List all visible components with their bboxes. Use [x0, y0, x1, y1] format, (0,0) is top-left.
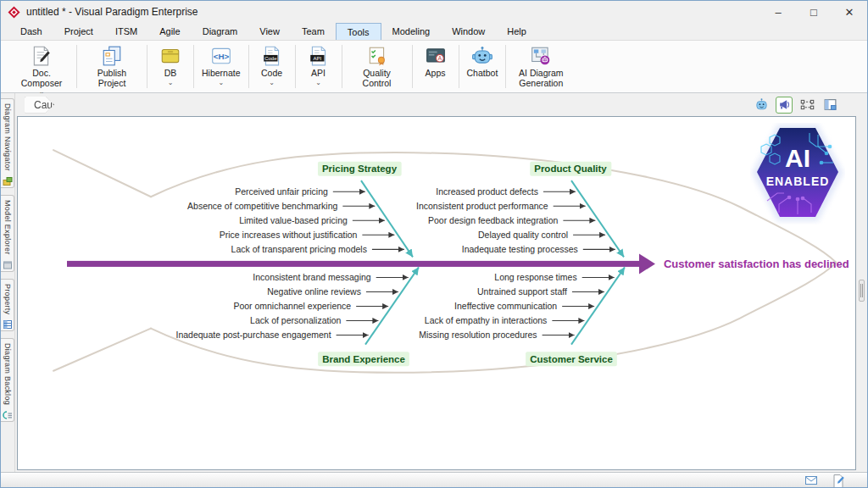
toolbar-button-label: DB [164, 69, 177, 79]
toolbar-button-quality-control[interactable]: Quality Control [345, 42, 409, 91]
category-group-pricing-strategy: Pricing StrategyPerceived unfair pricing… [187, 162, 413, 258]
sidebar-tab-diagram-navigator[interactable]: Diagram Navigator [1, 98, 14, 188]
panel-collapse-grip[interactable] [859, 280, 865, 302]
close-button[interactable]: ✕ [832, 1, 867, 23]
cause-text[interactable]: Perceived unfair pricing [235, 186, 328, 197]
category-label[interactable]: Brand Experience [322, 354, 405, 364]
toolbar-button-label: Quality Control [350, 69, 404, 88]
toolbar-button-publish-project[interactable]: Publish Project [80, 42, 144, 91]
cause-text[interactable]: Ineffective communication [454, 301, 557, 311]
code-icon: Code [261, 45, 283, 67]
cause-text[interactable]: Limited value-based pricing [239, 215, 348, 225]
api-icon: API [308, 45, 330, 67]
window-title: untitled * - Visual Paradigm Enterprise [26, 6, 198, 18]
toolbar-button-db[interactable]: DB⌄ [150, 42, 191, 91]
toolbar-separator [505, 45, 506, 88]
cause-text[interactable]: Missing resolution procedures [419, 330, 537, 340]
cause-text[interactable]: Inconsistent product performance [416, 201, 548, 211]
cause-text[interactable]: Absence of competitive benchmarking [187, 201, 337, 211]
cause-text[interactable]: Lack of empathy in interactions [425, 315, 548, 325]
chevron-down-icon: ⌄ [269, 80, 275, 86]
category-label[interactable]: Pricing Strategy [322, 164, 398, 174]
sidebar-tab-label: Property [3, 284, 12, 314]
toolbar-button-hibernate[interactable]: <H>Hibernate⌄ [197, 42, 246, 91]
category-group-customer-service: Customer ServiceLong response timesUntra… [419, 267, 625, 366]
badge-ai-text: AI [785, 144, 810, 172]
category-bone[interactable] [365, 267, 419, 344]
title-bar: untitled * - Visual Paradigm Enterprise … [1, 1, 867, 23]
toolbar-button-apps[interactable]: AApps [415, 42, 456, 91]
toolbar-separator [193, 45, 194, 88]
menu-item-window[interactable]: Window [441, 23, 496, 40]
diagram-tab-label: Cause and Effect Diagram6 [34, 99, 159, 111]
menu-item-diagram[interactable]: Diagram [192, 23, 249, 40]
category-bone[interactable] [571, 267, 625, 344]
sidebar-tab-label: Diagram Navigator [3, 103, 12, 171]
cause-text[interactable]: Delayed quality control [478, 230, 568, 240]
toolbar-button-label: AI Diagram Generation [514, 69, 568, 88]
badge-enabled-text: ENABLED [766, 175, 830, 188]
hibernate-icon: <H> [210, 45, 232, 67]
menu-item-itsm[interactable]: ITSM [104, 23, 148, 40]
mail-icon[interactable] [804, 474, 818, 487]
menu-item-agile[interactable]: Agile [148, 23, 191, 40]
category-bone[interactable] [571, 180, 624, 257]
category-label[interactable]: Product Quality [534, 164, 607, 174]
menu-item-project[interactable]: Project [53, 23, 104, 40]
toolbar-button-api[interactable]: APIAPI⌄ [298, 42, 339, 91]
sidebar-tab-label: Model Explorer [3, 200, 12, 255]
cause-text[interactable]: Increased product defects [436, 186, 538, 197]
category-group-product-quality: Product QualityIncreased product defects… [416, 162, 624, 258]
toolbar-button-chatbot[interactable]: Chatbot [462, 42, 504, 91]
fit-selection-icon[interactable] [798, 97, 815, 114]
menu-item-tools[interactable]: Tools [336, 23, 381, 40]
chevron-down-icon: ⌄ [315, 80, 321, 86]
minimize-button[interactable]: – [760, 1, 796, 23]
toolbar-separator [248, 45, 249, 88]
toolbar-separator [342, 45, 342, 88]
toolbar-button-label: Code [261, 69, 282, 79]
menu-item-modeling[interactable]: Modeling [381, 23, 442, 40]
edit-document-icon[interactable] [832, 474, 845, 487]
toolbar-separator [76, 45, 77, 88]
toolbar-button-ai-diagram-generation[interactable]: AI Diagram Generation [509, 42, 573, 91]
status-bar [1, 472, 867, 487]
cause-text[interactable]: Inconsistent brand messaging [253, 272, 370, 282]
menu-item-view[interactable]: View [248, 23, 291, 40]
menu-item-help[interactable]: Help [496, 23, 537, 40]
sidebar-tab-model-explorer[interactable]: Model Explorer [1, 195, 14, 272]
effect-text[interactable]: Customer satisfaction has declined [664, 258, 849, 270]
toolbar-button-code[interactable]: CodeCode⌄ [252, 42, 292, 91]
toolbar-separator [412, 45, 413, 88]
sidebar-tab-diagram-backlog[interactable]: Diagram Backlog [1, 338, 14, 422]
cause-text[interactable]: Poor design feedback integration [428, 215, 558, 225]
property-icon [3, 318, 13, 328]
toolbar-button-label: Hibernate [202, 69, 241, 79]
toolbar-button-label: API [311, 69, 326, 79]
category-bone[interactable] [361, 180, 413, 257]
cause-text[interactable]: Negative online reviews [267, 286, 361, 297]
cause-text[interactable]: Lack of transparent pricing models [231, 244, 367, 254]
spine-arrow[interactable] [67, 253, 655, 274]
menu-item-dash[interactable]: Dash [9, 23, 53, 40]
left-dock-rail: Diagram NavigatorModel ExplorerPropertyD… [1, 93, 15, 472]
cause-text[interactable]: Price increases without justification [220, 230, 358, 240]
diagram-canvas[interactable]: Customer satisfaction has declinedPricin… [17, 116, 856, 470]
toolbar-button-label: Doc. Composer [14, 69, 69, 88]
category-label[interactable]: Customer Service [530, 354, 613, 364]
sidebar-tab-label: Diagram Backlog [3, 343, 12, 405]
sidebar-tab-property[interactable]: Property [1, 279, 14, 331]
cause-text[interactable]: Lack of personalization [250, 315, 341, 325]
menu-item-team[interactable]: Team [291, 23, 336, 40]
panel-layout-icon[interactable] [821, 97, 838, 114]
cause-text[interactable]: Poor omnichannel experience [233, 301, 351, 311]
announcement-icon[interactable] [776, 97, 793, 114]
cause-text[interactable]: Inadequate post-purchase engagement [176, 330, 331, 340]
cause-text[interactable]: Untrained support staff [477, 286, 567, 297]
toolbar-button-doc-composer[interactable]: Doc. Composer⌄ [9, 42, 74, 91]
chatbot-mini-icon[interactable] [753, 97, 770, 114]
cause-text[interactable]: Inadequate testing processes [462, 244, 578, 254]
cause-text[interactable]: Long response times [494, 272, 576, 282]
chevron-down-icon: ⌄ [168, 80, 174, 86]
maximize-button[interactable]: □ [796, 1, 832, 23]
